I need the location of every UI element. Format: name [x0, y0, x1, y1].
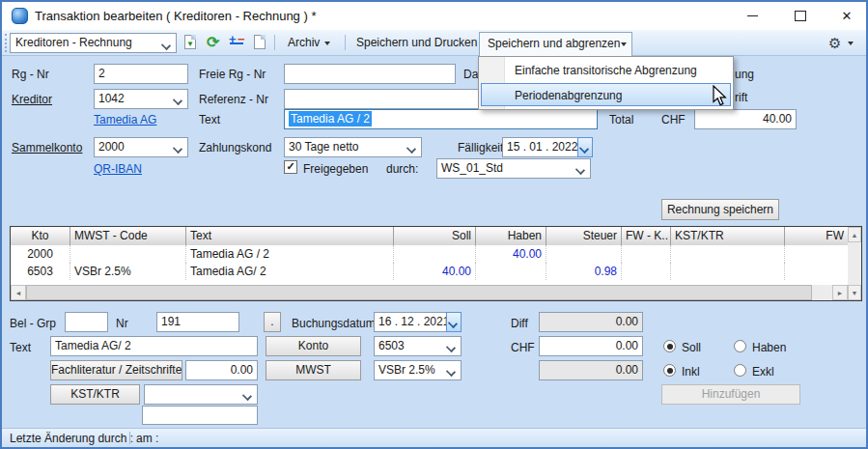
col-header-soll[interactable]: Soll — [394, 227, 476, 245]
mwst-button[interactable]: MWST — [266, 360, 361, 380]
haben-radio[interactable] — [734, 340, 746, 352]
menu-item-einfache-abgrenzung[interactable]: Einfache transitorische Abgrenzung — [481, 59, 731, 82]
kst-ktr-button[interactable]: KST/KTR — [50, 384, 140, 405]
mwst-value: VSBr 2.5% — [378, 363, 435, 377]
col-header-fw-k[interactable]: FW - K.. — [622, 227, 671, 245]
mwst-select[interactable]: VSBr 2.5% — [374, 360, 462, 380]
buchungsdatum-label: Buchungsdatum — [292, 317, 376, 330]
soll-radio-label: Soll — [682, 341, 701, 354]
toolbar-separator — [345, 35, 346, 50]
kreditor-name-link[interactable]: Tamedia AG — [94, 113, 156, 126]
col-header-text[interactable]: Text — [186, 227, 394, 245]
cell-kst-ktr — [671, 245, 785, 263]
archiv-label: Archiv — [288, 36, 320, 49]
qr-iban-link[interactable]: QR-IBAN — [94, 162, 142, 176]
konto-select[interactable]: 6503 — [374, 336, 462, 356]
cell-text: Tamedia AG / 2 — [186, 245, 394, 263]
rg-nr-field[interactable]: 2 — [94, 64, 188, 84]
h-scrollbar-thumb[interactable] — [26, 285, 812, 300]
zahlungskond-label: Zahlungskond — [199, 141, 271, 154]
betrag-field[interactable]: 0.00 — [539, 336, 643, 356]
new-document-icon-button[interactable] — [251, 33, 270, 52]
scroll-right-button[interactable]: ► — [832, 285, 848, 300]
table-row[interactable]: 6503 VSBr 2.5% Tamedia AG/ 2 40.00 0.98 — [11, 263, 848, 280]
menu-item-periodenabgrenzung[interactable]: Periodenabgrenzung — [481, 83, 731, 106]
durch-select[interactable]: WS_01_Std — [436, 158, 591, 179]
statusbar: Letzte Änderung durch : am : — [2, 428, 866, 447]
sammelkonto-select[interactable]: 2000 — [94, 137, 188, 157]
green-arrow-down-icon: ▼ — [186, 40, 194, 48]
refresh-icon: ⟳ — [207, 33, 219, 51]
konto-button[interactable]: Konto — [266, 336, 361, 356]
app-window: Transaktion bearbeiten ( Kreditoren - Re… — [0, 0, 868, 449]
transaction-type-select[interactable]: Kreditoren - Rechnung — [10, 33, 177, 53]
settings-button[interactable]: ⚙ — [828, 33, 855, 53]
col-header-kst-ktr[interactable]: KST/KTR — [671, 227, 785, 245]
bottom-text-field[interactable]: Tamedia AG/ 2 — [50, 336, 258, 356]
scroll-up-button[interactable]: ▲ — [848, 227, 861, 242]
chevron-down-icon — [173, 96, 182, 105]
save-print-menu-button[interactable]: Speichern und Drucken — [349, 33, 492, 53]
belastung-label-fragment: ung — [735, 68, 754, 81]
rechnung-speichern-button[interactable]: Rechnung speichern — [661, 199, 779, 220]
bottom-text-label: Text — [10, 341, 31, 354]
col-header-haben[interactable]: Haben — [476, 227, 546, 245]
buchungsdatum-dropdown[interactable] — [446, 312, 462, 332]
scroll-down-button[interactable]: ▼ — [848, 285, 861, 300]
faelligkeit-date-field[interactable]: 15 . 01 . 2022 — [502, 137, 578, 157]
adjust-amounts-icon-button[interactable]: + − — [228, 33, 247, 52]
dot-button[interactable]: . — [264, 312, 281, 332]
total-amount-field[interactable]: 40.00 — [694, 109, 797, 129]
fachliteratur-button[interactable]: Fachliteratur / Zeitschriften — [50, 360, 182, 380]
cell-soll: 40.00 — [394, 263, 476, 280]
minimize-button[interactable] — [732, 2, 772, 30]
zahlungskond-value: 30 Tage netto — [289, 140, 359, 154]
soll-radio[interactable] — [663, 340, 676, 352]
buchungsdatum-field[interactable]: 16 . 12 . 2021 — [374, 312, 447, 332]
sammelkonto-label-link[interactable]: Sammelkonto — [12, 141, 82, 154]
chevron-down-icon — [406, 144, 416, 154]
cell-haben — [476, 263, 546, 280]
inkl-radio[interactable] — [663, 364, 676, 377]
cell-fw — [785, 263, 848, 280]
refresh-icon-button[interactable]: ⟳ — [205, 33, 224, 52]
col-header-kto[interactable]: Kto — [11, 227, 70, 245]
sammelkonto-value: 2000 — [98, 140, 125, 154]
bottom-chf-label: CHF — [511, 341, 535, 354]
fachliteratur-amount-field[interactable]: 0.00 — [185, 360, 258, 380]
window-title: Transaktion bearbeiten ( Kreditoren - Re… — [35, 2, 316, 30]
kreditor-label-link[interactable]: Kreditor — [12, 93, 52, 106]
maximize-icon — [795, 11, 806, 21]
kst-ktr-select[interactable] — [144, 384, 258, 405]
chevron-down-icon — [446, 367, 456, 377]
text-field[interactable]: Tamedia AG / 2 — [284, 109, 598, 129]
gutschrift-label-fragment: rift — [735, 91, 747, 104]
cell-soll — [394, 245, 476, 263]
close-icon: ✕ — [842, 10, 853, 22]
col-header-fw[interactable]: FW — [785, 227, 848, 245]
betrag-inkl-field: 0.00 — [539, 360, 643, 380]
freigegeben-checkbox[interactable]: ✓ — [284, 160, 297, 174]
save-accrue-menu-button[interactable]: Speichern und abgrenzen — [479, 32, 632, 56]
faelligkeit-date-dropdown[interactable] — [577, 137, 593, 157]
inkl-radio-label: Inkl — [682, 365, 700, 379]
chevron-down-icon — [448, 319, 458, 328]
chevron-down-icon — [324, 42, 330, 45]
hinzufuegen-button[interactable]: Hinzufügen — [661, 384, 800, 405]
nr-field[interactable]: 191 — [156, 312, 239, 332]
table-row[interactable]: 2000 Tamedia AG / 2 40.00 — [11, 245, 848, 263]
archiv-menu-button[interactable]: Archiv — [280, 33, 335, 53]
kreditor-value: 1042 — [98, 92, 125, 105]
bel-grp-field[interactable] — [65, 312, 108, 332]
col-header-steuer[interactable]: Steuer — [546, 227, 622, 245]
scroll-left-button[interactable]: ◄ — [11, 285, 26, 300]
zahlungskond-select[interactable]: 30 Tage netto — [284, 137, 422, 157]
close-button[interactable]: ✕ — [826, 2, 867, 30]
post-import-icon-button[interactable]: ▼ — [182, 33, 201, 52]
col-header-mwst[interactable]: MWST - Code — [70, 227, 186, 245]
kst-ktr-extra-field[interactable] — [142, 406, 258, 425]
kreditor-select[interactable]: 1042 — [94, 89, 188, 109]
exkl-radio[interactable] — [734, 364, 746, 377]
freie-rg-nr-field[interactable] — [284, 64, 456, 84]
maximize-button[interactable] — [780, 2, 821, 30]
